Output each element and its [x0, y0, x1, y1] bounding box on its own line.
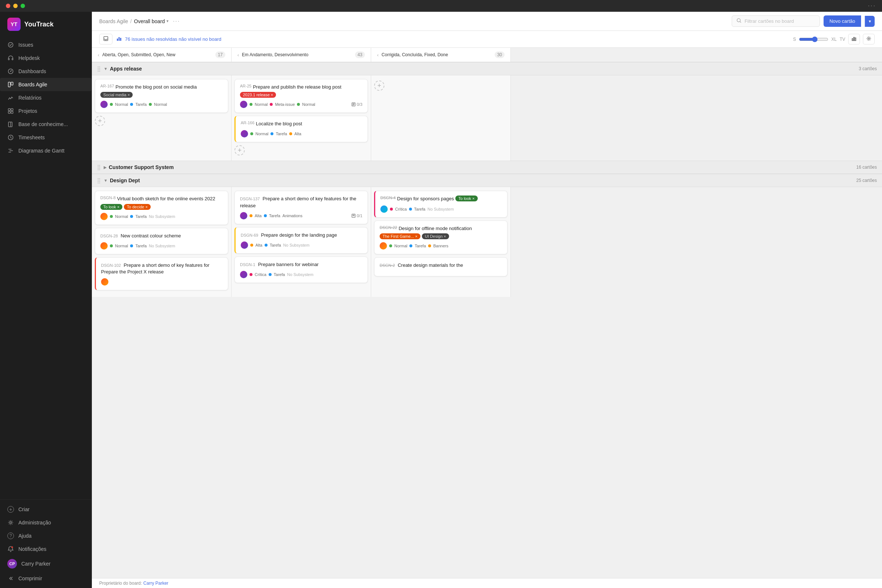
sidebar-item-relatorios[interactable]: Relatórios	[0, 91, 92, 104]
sidebar-item-timesheets[interactable]: Timesheets	[0, 131, 92, 144]
add-card-col2-apps[interactable]: +	[234, 145, 245, 156]
dsgn69-priority: Alta	[255, 243, 262, 248]
breadcrumb-current[interactable]: Overall board ▾	[134, 18, 169, 24]
app-name: YouTrack	[24, 21, 54, 28]
window-more[interactable]: ···	[868, 3, 876, 9]
dsgn2-title: Create design materials for the	[398, 262, 463, 268]
toolbar-right: S XL TV	[793, 34, 874, 45]
swimlane-collapse-icon[interactable]: ▼	[104, 66, 108, 71]
issues-warning-text: 76 issues não resolvidas não visível no …	[125, 36, 221, 42]
card-dsgn1[interactable]: DSGN-1 Prepare banners for webinar Críti…	[234, 256, 368, 283]
sidebar-item-issues[interactable]: Issues	[0, 38, 92, 51]
ar166-subsystem: Alta	[294, 132, 302, 136]
col3-chevron[interactable]: ‹	[377, 52, 378, 58]
swimlane-apps-release-header[interactable]: ⣿ ▼ Apps release 3 cartões	[92, 62, 882, 75]
col3-title: Corrigida, Concluída, Fixed, Done	[381, 52, 491, 57]
board-toolbar: 76 issues não resolvidas não visível no …	[92, 31, 882, 48]
add-card-col1-apps[interactable]: +	[95, 116, 105, 126]
card-dsgn137[interactable]: DSGN-137 Prepare a short demo of key fea…	[234, 191, 368, 224]
svg-rect-9	[9, 111, 10, 114]
criar-label: Criar	[18, 506, 29, 512]
sidebar-item-gantt[interactable]: Diagramas de Gantt	[0, 144, 92, 157]
topbar-more-dots[interactable]: ···	[173, 18, 180, 25]
sidebar-criar[interactable]: + Criar	[0, 503, 92, 516]
topbar-search[interactable]: Filtrar cartões no board	[732, 15, 820, 27]
swimlane-customer-header[interactable]: ⣿ ▶ Customer Support System 16 cartões	[92, 160, 882, 174]
checklist-icon: 0/3	[351, 102, 362, 106]
card-dsgn28[interactable]: DSGN-28 New contrast colour scheme Norma…	[95, 228, 228, 254]
card-dsgn102[interactable]: DSGN-102 Prepare a short demo of key fea…	[95, 257, 228, 290]
drag-handle-icon[interactable]: ⣿	[97, 66, 101, 72]
search-icon	[736, 18, 742, 24]
svg-rect-23	[852, 39, 854, 41]
sidebar-item-timesheets-label: Timesheets	[18, 135, 45, 140]
swimlane-design-header[interactable]: ⣿ ▼ Design Dept 25 cartões	[92, 174, 882, 187]
dsgn69-subsystem: No Subsystem	[284, 243, 310, 248]
tag-to-decide[interactable]: To decide ×	[124, 204, 151, 210]
sidebar-nav: Issues Helpdesk Dashboards	[0, 37, 92, 500]
checklist-dsgn137: 0/1	[351, 213, 362, 218]
card-ar25[interactable]: AR-25 Prepare and publish the release bl…	[234, 79, 368, 113]
swimlane-design-dept: ⣿ ▼ Design Dept 25 cartões DS	[92, 174, 882, 297]
svg-point-18	[737, 19, 740, 22]
card-dsgn4[interactable]: DSGN-4 Design for sponsors pages To look…	[374, 191, 507, 217]
chart-view-button[interactable]	[848, 34, 860, 45]
sidebar-comprimir[interactable]: Comprimir	[0, 572, 92, 585]
breadcrumb-current-text: Overall board	[134, 18, 165, 24]
new-card-button[interactable]: Novo cartão	[824, 15, 861, 27]
settings-button[interactable]	[863, 34, 874, 45]
sidebar-user[interactable]: CP Carry Parker	[0, 556, 92, 572]
tag-first-game[interactable]: The First Game... ×	[380, 233, 420, 239]
card-dsgn22[interactable]: DSGN-22 Design for offline mode notifica…	[374, 220, 507, 254]
col2-chevron[interactable]: ‹	[237, 52, 239, 58]
sidebar-notificacoes[interactable]: Notificações	[0, 542, 92, 556]
sidebar-administracao[interactable]: Administração	[0, 516, 92, 529]
tag-to-look-dsgn4[interactable]: To look ×	[455, 195, 477, 201]
col1-chevron[interactable]: ‹	[98, 52, 99, 58]
size-xl-label: XL	[831, 37, 837, 42]
notificacoes-label: Notificações	[18, 546, 46, 552]
card-dsgn69[interactable]: DSGN-69 Prepare design for the landing p…	[234, 227, 368, 254]
window-min-btn[interactable]	[13, 4, 18, 8]
card-ar25-title: Prepare and publish the release blog pos…	[253, 84, 341, 90]
window-close-btn[interactable]	[6, 4, 10, 8]
sidebar-item-base-label: Base de conhecime...	[18, 121, 68, 127]
card-ar167[interactable]: AR-167 Promote the blog post on social m…	[95, 79, 228, 113]
dsgn137-type: Tarefa	[269, 213, 280, 218]
inbox-button[interactable]	[99, 34, 112, 45]
sidebar-item-issues-label: Issues	[18, 42, 33, 48]
drag-handle-icon3[interactable]: ⣿	[97, 177, 101, 183]
tag-social-media[interactable]: Social media ×	[100, 92, 133, 98]
swimlane-expand-icon[interactable]: ▶	[104, 165, 106, 170]
swimlane-design-collapse[interactable]: ▼	[104, 178, 108, 183]
dsgn4-priority: Crítica	[395, 207, 407, 212]
add-card-col3-apps[interactable]: +	[374, 81, 384, 91]
window-max-btn[interactable]	[21, 4, 25, 8]
dsgn28-title: New contrast colour scheme	[120, 233, 181, 238]
breadcrumb-parent[interactable]: Boards Agile	[99, 18, 128, 24]
sidebar-item-dashboards[interactable]: Dashboards	[0, 64, 92, 78]
sidebar-item-boards-agile[interactable]: Boards Agile	[0, 78, 92, 91]
card-dsgn2[interactable]: DSGN-2 Create design materials for the	[374, 257, 507, 276]
tag-to-look[interactable]: To look ×	[100, 204, 122, 210]
sidebar-ajuda[interactable]: ? Ajuda	[0, 529, 92, 542]
avatar	[240, 101, 248, 108]
sidebar-item-base-conhecimento[interactable]: Base de conhecime...	[0, 118, 92, 131]
card-dsgn8[interactable]: DSGN-8 Virtual booth sketch for the onli…	[95, 191, 228, 225]
card-ar166[interactable]: AR-166 Localize the blog post Normal Ta	[234, 116, 368, 142]
dsgn4-subsystem: No Subsystem	[428, 207, 454, 212]
swimlane-customer-count: 16 cartões	[856, 165, 877, 170]
bottom-bar-owner-link[interactable]: Carry Parker	[143, 580, 168, 586]
issues-warning[interactable]: 76 issues não resolvidas não visível no …	[116, 36, 221, 43]
drag-handle-icon2[interactable]: ⣿	[97, 164, 101, 170]
bottom-bar-text: Proprietário do board:	[99, 580, 142, 586]
tag-ui-design[interactable]: UI Design ×	[422, 233, 449, 239]
tag-2023-release[interactable]: 2023.1 release ×	[240, 92, 276, 98]
card-ar167-id: AR-167	[100, 84, 114, 88]
svg-rect-24	[854, 38, 855, 41]
sidebar-item-helpdesk[interactable]: Helpdesk	[0, 51, 92, 64]
sidebar-item-projetos[interactable]: Projetos	[0, 104, 92, 118]
inbox-icon	[103, 36, 108, 42]
size-slider[interactable]	[799, 36, 828, 42]
new-card-dropdown-button[interactable]: ▾	[865, 16, 874, 27]
